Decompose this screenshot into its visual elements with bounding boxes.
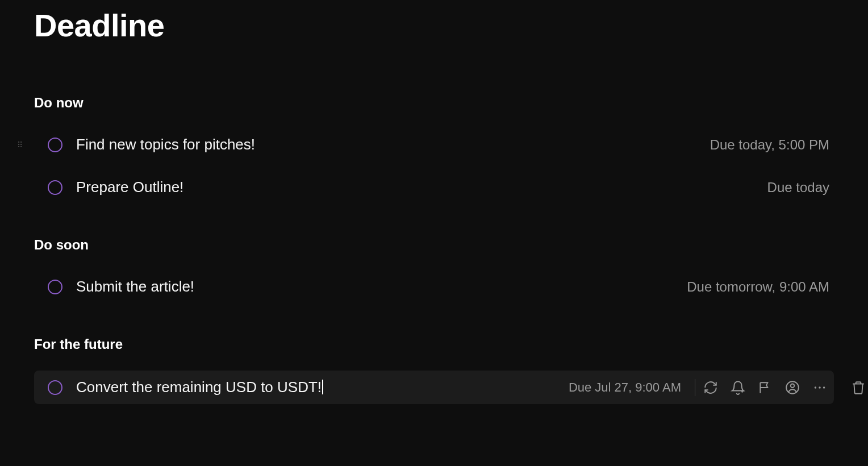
- bell-plus-icon[interactable]: [731, 380, 745, 395]
- section-do-soon: Do soon Submit the article! Due tomorrow…: [34, 237, 834, 302]
- task-title[interactable]: Submit the article!: [76, 278, 687, 296]
- task-title-input[interactable]: Convert the remaining USD to USDT!: [76, 378, 569, 396]
- page-title: Deadline: [34, 7, 834, 44]
- task-due: Due today, 5:00 PM: [710, 137, 829, 153]
- task-row[interactable]: ⠿ Find new topics for pitches! Due today…: [34, 129, 834, 160]
- task-checkbox[interactable]: [48, 380, 62, 395]
- task-due: Due today: [767, 180, 829, 195]
- trash-icon[interactable]: [851, 380, 866, 395]
- task-title-text: Convert the remaining USD to USDT!: [76, 378, 322, 396]
- task-due: Due tomorrow, 9:00 AM: [687, 279, 829, 295]
- flag-icon[interactable]: [758, 380, 773, 395]
- task-title[interactable]: Find new topics for pitches!: [76, 136, 710, 153]
- task-due[interactable]: Due Jul 27, 9:00 AM: [569, 380, 681, 395]
- svg-point-4: [823, 386, 825, 388]
- task-checkbox[interactable]: [48, 280, 62, 294]
- page-root: Deadline Do now ⠿ Find new topics for pi…: [0, 7, 868, 466]
- task-checkbox[interactable]: [48, 180, 62, 195]
- section-heading: Do now: [34, 95, 834, 111]
- svg-point-3: [819, 386, 820, 388]
- section-heading: Do soon: [34, 237, 834, 253]
- section-for-the-future: For the future Convert the remaining USD…: [34, 336, 834, 404]
- drag-handle-icon[interactable]: ⠿: [17, 143, 24, 147]
- task-checkbox[interactable]: [48, 138, 62, 152]
- task-row[interactable]: Submit the article! Due tomorrow, 9:00 A…: [34, 271, 834, 302]
- task-row[interactable]: Prepare Outline! Due today: [34, 172, 834, 203]
- person-circle-icon[interactable]: [785, 380, 800, 395]
- vertical-divider: [695, 379, 695, 396]
- more-icon[interactable]: [812, 380, 827, 395]
- repeat-icon[interactable]: [703, 380, 718, 395]
- task-title[interactable]: Prepare Outline!: [76, 178, 767, 196]
- svg-point-1: [791, 384, 795, 388]
- task-row-editing[interactable]: Convert the remaining USD to USDT! Due J…: [34, 371, 834, 404]
- text-cursor: [322, 380, 323, 394]
- section-do-now: Do now ⠿ Find new topics for pitches! Du…: [34, 95, 834, 203]
- task-action-icons: [703, 380, 827, 395]
- section-heading: For the future: [34, 336, 834, 352]
- svg-point-2: [815, 386, 816, 388]
